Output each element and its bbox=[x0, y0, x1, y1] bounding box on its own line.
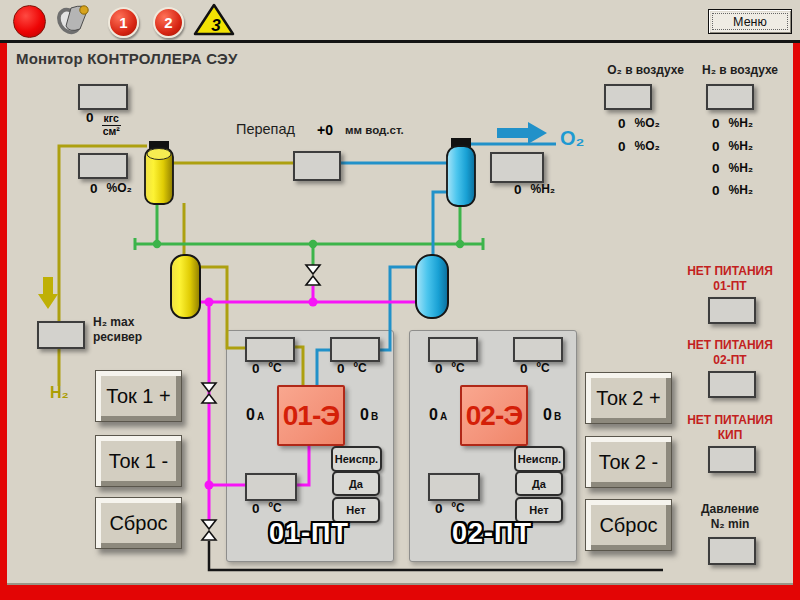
o2-air-box bbox=[604, 84, 652, 110]
current-2-decrease-button[interactable]: Ток 2 - bbox=[585, 436, 672, 488]
o2-air-row: 0%O₂ bbox=[618, 116, 660, 131]
temp-reading-bottom: 0ºC bbox=[435, 501, 465, 516]
alarm-badge-1: 1 bbox=[108, 7, 139, 38]
temp-indicator-box bbox=[245, 337, 295, 362]
temp-indicator-box bbox=[245, 473, 297, 501]
temp-reading-right: 0ºC bbox=[337, 361, 367, 376]
h2-air-row: 0%H₂ bbox=[712, 139, 753, 154]
perepad-label: Перепад bbox=[236, 121, 295, 137]
n2-pressure-label: ДавлениеN₂ min bbox=[678, 502, 782, 532]
panel-name: 01-ПТ bbox=[226, 518, 392, 549]
warning-triangle-icon: 3 bbox=[192, 3, 236, 39]
o2-outlet-label: O₂ bbox=[560, 127, 584, 150]
n2-pressure-box bbox=[708, 537, 756, 565]
temp-reading-right: 0ºC bbox=[520, 361, 550, 376]
perepad-value: +0 bbox=[317, 122, 333, 138]
alert-02pt-box bbox=[708, 371, 756, 398]
alarm-lamp-icon bbox=[13, 5, 46, 38]
h2-receiver-label: H₂ maxресивер bbox=[93, 315, 142, 345]
perepad-indicator-box bbox=[293, 151, 341, 181]
scada-screen: { "toolbar": { "menu_label": "Меню", "al… bbox=[0, 0, 800, 600]
current-a-reading: 0A bbox=[246, 406, 264, 424]
fault-button[interactable]: Неиспр. bbox=[331, 446, 382, 472]
alert-no-power-02pt: НЕТ ПИТАНИЯ02-ПТ bbox=[678, 338, 782, 368]
yes-button[interactable]: Да bbox=[332, 471, 380, 496]
o2-air-row: 0%O₂ bbox=[618, 139, 660, 154]
svg-text:3: 3 bbox=[211, 16, 221, 35]
electrolyzer-02-box: 02-Э bbox=[460, 385, 528, 446]
h2-air-label: H₂ в воздухе bbox=[681, 63, 799, 78]
temp-indicator-box bbox=[513, 337, 563, 362]
horn-icon bbox=[56, 2, 94, 38]
h2-sensor-box bbox=[490, 152, 544, 183]
temp-reading-left: 0ºC bbox=[252, 361, 282, 376]
h2-outlet-label: H₂ bbox=[50, 384, 69, 402]
toolbar: 1 2 3 Меню bbox=[0, 0, 800, 40]
h2-air-row: 0%H₂ bbox=[712, 161, 753, 176]
pressure-unit: кгс см² bbox=[102, 113, 121, 137]
reset-1-button[interactable]: Сброс bbox=[95, 497, 182, 549]
toolbar-separator bbox=[0, 40, 800, 43]
alarm-badge-2: 2 bbox=[153, 7, 184, 38]
electrolyzer-01-box: 01-Э bbox=[277, 385, 345, 446]
current-b-reading: 0B bbox=[360, 406, 378, 424]
yes-button[interactable]: Да bbox=[515, 471, 563, 496]
temp-reading-bottom: 0ºC bbox=[252, 501, 282, 516]
alert-01pt-box bbox=[708, 297, 756, 324]
current-b-reading: 0B bbox=[543, 406, 561, 424]
reset-2-button[interactable]: Сброс bbox=[585, 499, 672, 551]
pressure-reading: 0 кгс см² bbox=[86, 110, 121, 137]
alert-no-power-kip: НЕТ ПИТАНИЯКИП bbox=[678, 413, 782, 443]
temp-indicator-box bbox=[428, 473, 480, 501]
perepad-unit: мм вод.ст. bbox=[345, 124, 404, 136]
h2-air-box bbox=[706, 84, 754, 110]
pt-panel-02-content: 0ºC 0ºC 02-Э 0A 0B 0ºC Неиспр. Да Нет 02… bbox=[409, 330, 575, 560]
panel-name: 02-ПТ bbox=[409, 518, 575, 549]
current-2-increase-button[interactable]: Ток 2 + bbox=[585, 372, 672, 424]
temp-reading-left: 0ºC bbox=[435, 361, 465, 376]
o2-sensor-reading: 0%O₂ bbox=[90, 181, 132, 196]
h2-air-row: 0%H₂ bbox=[712, 116, 753, 131]
temp-indicator-box bbox=[428, 337, 478, 362]
fault-button[interactable]: Неиспр. bbox=[514, 446, 565, 472]
temp-indicator-box bbox=[330, 337, 380, 362]
current-1-decrease-button[interactable]: Ток 1 - bbox=[95, 435, 182, 487]
current-a-reading: 0A bbox=[429, 406, 447, 424]
h2-air-row: 0%H₂ bbox=[712, 183, 753, 198]
menu-button[interactable]: Меню bbox=[708, 9, 792, 34]
o2-sensor-box bbox=[78, 153, 128, 179]
pt-panel-01-content: 0ºC 0ºC 01-Э 0A 0B 0ºC Неиспр. Да Нет 01… bbox=[226, 330, 392, 560]
h2-sensor-reading: 0%H₂ bbox=[514, 182, 555, 197]
alert-kip-box bbox=[708, 446, 756, 473]
alert-no-power-01pt: НЕТ ПИТАНИЯ01-ПТ bbox=[678, 264, 782, 294]
pressure-indicator-box bbox=[78, 84, 128, 110]
h2-receiver-box bbox=[37, 321, 85, 349]
page-title: Монитор КОНТРОЛЛЕРА СЭУ bbox=[16, 50, 237, 67]
current-1-increase-button[interactable]: Ток 1 + bbox=[95, 370, 182, 422]
